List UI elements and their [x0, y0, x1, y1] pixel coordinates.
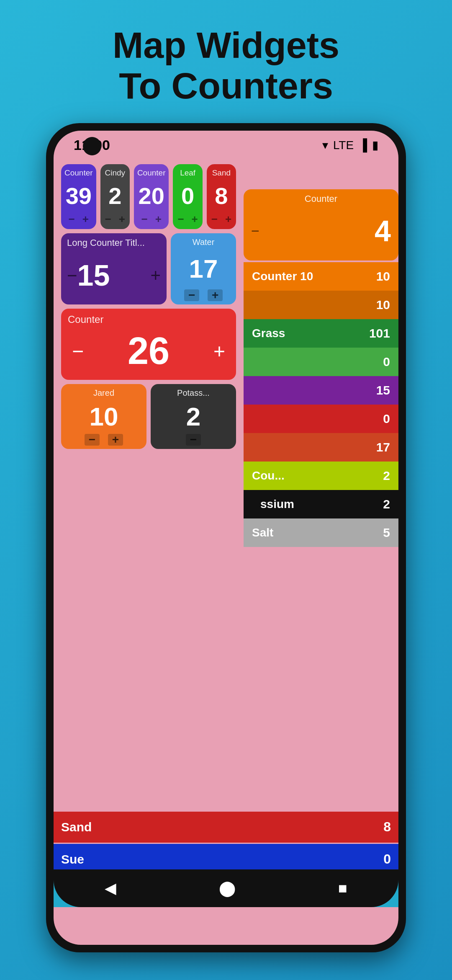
- widget-row1-4[interactable]: Sand 8 − +: [207, 164, 236, 229]
- bottom-list-item-sand[interactable]: Sand 8: [54, 812, 398, 843]
- bottom-list-value: 8: [383, 819, 391, 835]
- widget-value: 10: [90, 400, 118, 434]
- list-item-value: 101: [369, 326, 390, 340]
- list-item-salt[interactable]: Salt 5: [244, 518, 398, 547]
- decrement-btn[interactable]: −: [67, 266, 77, 286]
- list-item-name: ssium: [252, 498, 294, 511]
- list-item-0a[interactable]: 0: [244, 348, 398, 376]
- widget-jared-10[interactable]: Jared 10 − +: [61, 384, 146, 449]
- wctrl: − +: [105, 213, 125, 226]
- widget-row1-0[interactable]: Counter 39 − +: [61, 164, 96, 229]
- widget-row-1-full: Counter 39 − + Cindy 2 − + Counter 20 − …: [61, 164, 236, 229]
- winc[interactable]: +: [225, 213, 231, 226]
- widget-row1-3[interactable]: Leaf 0 − +: [173, 164, 202, 229]
- decrement-btn[interactable]: −: [186, 434, 201, 446]
- decrement-btn[interactable]: −: [72, 340, 84, 363]
- winc[interactable]: +: [155, 213, 162, 226]
- wdec[interactable]: −: [69, 213, 75, 226]
- nav-bar: ◀ ⬤ ■: [54, 869, 398, 907]
- widget-value: 2: [186, 400, 200, 434]
- list-item-name: Cou...: [252, 469, 285, 482]
- widget-label: Water: [193, 237, 215, 247]
- widget-value: 4: [375, 214, 391, 248]
- wlabel: Counter: [64, 168, 93, 178]
- increment-btn[interactable]: +: [208, 289, 223, 301]
- decrement-btn[interactable]: −: [184, 289, 199, 301]
- wvalue: 8: [215, 179, 228, 213]
- widget-counter-4[interactable]: Counter − 4: [244, 189, 398, 260]
- phone-inner: 11:00 ▾ LTE ▐ ▮ Counter 39 − + Cindy 2 −: [54, 131, 398, 945]
- list-item-ssium[interactable]: ssium 2: [244, 490, 398, 518]
- winc[interactable]: +: [119, 213, 125, 226]
- decrement-btn[interactable]: −: [251, 223, 259, 239]
- wdec[interactable]: −: [141, 213, 147, 226]
- bottom-list-value: 0: [383, 851, 391, 867]
- widget-row1-2[interactable]: Counter 20 − +: [134, 164, 169, 229]
- list-item-cou2[interactable]: Cou... 2: [244, 462, 398, 490]
- list-item-value: 15: [376, 383, 390, 397]
- bottom-list-name: Sue: [61, 852, 84, 867]
- widget-controls: − +: [85, 434, 123, 446]
- list-item-name: Counter 10: [252, 270, 313, 283]
- widget-controls: − +: [184, 289, 223, 301]
- widget-counter-26[interactable]: Counter − 26 +: [61, 309, 236, 380]
- widget-row1-1[interactable]: Cindy 2 − +: [100, 164, 130, 229]
- list-item-value: 0: [383, 412, 390, 426]
- top-row-right: [54, 160, 244, 164]
- list-item-grass[interactable]: Grass 101: [244, 319, 398, 348]
- wvalue: 20: [139, 179, 164, 213]
- list-item-value: 10: [376, 298, 390, 312]
- right-list: Counter − 4 Counter 10 10 10 Grass: [244, 189, 398, 869]
- widget-label: Potass...: [177, 388, 210, 398]
- widget-value: 17: [189, 249, 218, 289]
- wctrl: − +: [69, 213, 89, 226]
- winc[interactable]: +: [82, 213, 89, 226]
- lte-label: LTE: [333, 139, 354, 152]
- widget-label: Long Counter Titl...: [67, 237, 161, 248]
- list-item-value: 5: [383, 526, 390, 540]
- back-button[interactable]: ◀: [105, 879, 116, 897]
- list-item-counter10a[interactable]: Counter 10 10: [244, 262, 398, 291]
- increment-btn[interactable]: +: [213, 340, 225, 363]
- list-item-0b[interactable]: 0: [244, 405, 398, 433]
- widget-label: Counter: [68, 314, 229, 325]
- widget-long-counter-15[interactable]: Long Counter Titl... − 15 +: [61, 233, 167, 304]
- wvalue: 0: [181, 179, 194, 213]
- wdec[interactable]: −: [211, 213, 218, 226]
- battery-icon: ▮: [372, 138, 378, 152]
- wdec[interactable]: −: [105, 213, 111, 226]
- list-item-15[interactable]: 15: [244, 376, 398, 405]
- recent-button[interactable]: ■: [338, 879, 347, 897]
- winc[interactable]: +: [192, 213, 198, 226]
- wctrl: − +: [141, 213, 161, 226]
- widget-potassium-2[interactable]: Potass... 2 −: [151, 384, 236, 449]
- phone-wrapper: 11:00 ▾ LTE ▐ ▮ Counter 39 − + Cindy 2 −: [46, 123, 406, 952]
- signal-icon: ▐: [359, 139, 367, 152]
- value-row: − 15 +: [67, 250, 161, 301]
- wdec[interactable]: −: [177, 213, 184, 226]
- list-item-value: 10: [376, 269, 390, 284]
- wctrl: − +: [177, 213, 198, 226]
- widget-row-2: Long Counter Titl... − 15 + Water 17 −: [61, 233, 236, 304]
- phone-content: Counter 39 − + Cindy 2 − + Counter 20 − …: [54, 160, 398, 907]
- widget-controls: −: [186, 434, 201, 446]
- widgets-area: Counter 39 − + Cindy 2 − + Counter 20 − …: [54, 160, 244, 907]
- wctrl: − +: [211, 213, 231, 226]
- widget-label: Jared: [93, 388, 114, 398]
- value-row: − 26 +: [68, 327, 229, 376]
- list-item-name: Salt: [252, 526, 273, 539]
- widget-value: 26: [128, 330, 170, 373]
- decrement-btn[interactable]: −: [85, 434, 100, 446]
- wlabel: Cindy: [105, 168, 125, 178]
- list-item-17[interactable]: 17: [244, 433, 398, 462]
- increment-btn[interactable]: +: [108, 434, 123, 446]
- list-item-name: Grass: [252, 327, 285, 340]
- wlabel: Sand: [212, 168, 231, 178]
- increment-btn[interactable]: +: [151, 266, 161, 286]
- list-item-counter10b[interactable]: 10: [244, 291, 398, 319]
- camera-notch: [83, 137, 101, 155]
- home-button[interactable]: ⬤: [219, 879, 236, 897]
- widget-water-17[interactable]: Water 17 − +: [171, 233, 236, 304]
- bottom-list-name: Sand: [61, 820, 92, 834]
- wlabel: Leaf: [180, 168, 195, 178]
